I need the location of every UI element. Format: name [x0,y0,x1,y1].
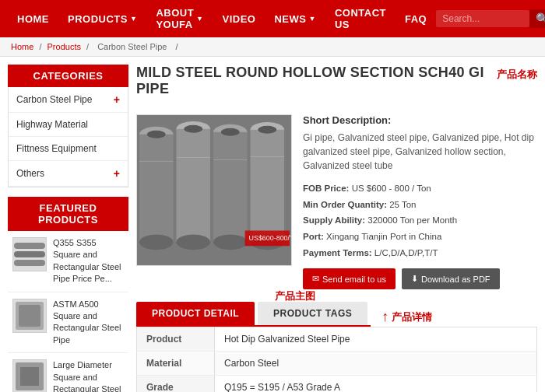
products-dropdown-arrow: ▼ [130,15,137,23]
breadcrumb-products[interactable]: Products [47,42,81,51]
svg-rect-2 [14,260,45,266]
table-value-material: Carbon Steel [215,352,537,376]
sidebar: CATEGORIES Carbon Steel Pipe + Highway M… [8,65,128,392]
nav-home[interactable]: HOME [8,0,58,37]
tab-product-tags[interactable]: PRODUCT TAGS [258,302,367,325]
tab-product-detail[interactable]: PRODUCT DETAIL [136,302,255,325]
featured-text-1: Q355 S355 Square and Rectangular Steel P… [53,237,124,285]
product-top-section: US$600-800/T 产品主图 Short Description: Gi … [136,114,537,289]
email-icon: ✉ [312,274,319,284]
carbon-plus-icon: + [114,93,120,106]
sidebar-item-carbon-steel[interactable]: Carbon Steel Pipe + [9,87,128,113]
featured-item-2[interactable]: ASTM A500 Square and Rectangular Steel P… [8,292,128,354]
breadcrumb-current: Carbon Steel Pipe [97,42,167,51]
svg-point-30 [258,126,276,134]
categories-title: CATEGORIES [8,65,128,87]
table-value-grade: Q195 = S195 / A53 Grade A Q235 = S235 / … [215,376,537,392]
search-button[interactable]: 🔍 [529,9,545,28]
table-field-grade: Grade [137,376,215,392]
search-area: 🔍 [436,9,545,28]
table-field-product: Product [137,327,215,352]
product-tabs: PRODUCT DETAIL PRODUCT TAGS [136,302,371,327]
breadcrumb-home[interactable]: Home [11,42,33,51]
nav-about[interactable]: ABOUT YOUFA ▼ [146,0,213,37]
nav-video[interactable]: VIDEO [213,0,265,37]
svg-rect-0 [14,243,45,249]
featured-text-2: ASTM A500 Square and Rectangular Steel P… [53,299,124,347]
download-pdf-button[interactable]: ⬇ Download as PDF [402,268,500,289]
svg-rect-6 [20,367,39,386]
send-email-button[interactable]: ✉ Send email to us [303,268,396,289]
svg-rect-1 [14,251,45,257]
product-image-wrapper: US$600-800/T 产品主图 [136,114,292,289]
others-plus-icon: + [114,167,120,180]
sidebar-item-others[interactable]: Others + [9,161,128,187]
sidebar-item-fitness[interactable]: Fittness Equipment [9,137,128,161]
nav-products[interactable]: PRODUCTS ▼ [58,0,146,37]
svg-point-27 [147,131,166,138]
spec-port: Port: Xingang Tianjin Port in China [303,229,537,245]
svg-rect-15 [176,129,210,243]
table-row: Material Carbon Steel [137,352,537,376]
spec-moq: Min Order Quantity: 25 Ton [303,197,537,213]
pipe-thumb-icon-1 [14,239,45,270]
spec-fob: FOB Price: US $600 - 800 / Ton [303,180,537,197]
categories-menu: Carbon Steel Pipe + Highway Material Fit… [8,87,128,187]
table-value-product: Hot Dip Galvanized Steel Pipe [215,327,537,352]
title-row: MILD STEEL ROUND HOLLOW SECTION SCH40 GI… [136,65,537,107]
featured-item-3[interactable]: Large Diameter Square and Rectangular St… [8,353,128,392]
featured-item-1[interactable]: Q355 S355 Square and Rectangular Steel P… [8,231,128,292]
table-row: Grade Q195 = S195 / A53 Grade A Q235 = S… [137,376,537,392]
search-input[interactable] [436,10,529,27]
svg-point-13 [139,234,174,250]
detail-annotation: 产品详情 [392,310,432,324]
product-image: US$600-800/T [136,114,292,266]
featured-title: FEATURED PRODUCTS [8,197,128,231]
product-detail-table: Product Hot Dip Galvanized Steel Pipe Ma… [136,327,537,392]
svg-rect-4 [19,305,40,327]
svg-point-28 [184,125,202,133]
svg-rect-12 [139,135,174,243]
svg-point-29 [221,128,240,136]
svg-point-19 [213,234,248,250]
sidebar-item-highway[interactable]: Highway Material [9,113,128,137]
pipe-main-image: US$600-800/T [137,114,291,266]
svg-point-16 [176,234,210,250]
nav-news[interactable]: NEWS ▼ [265,0,325,37]
action-buttons: ✉ Send email to us ⬇ Download as PDF [303,268,537,289]
breadcrumb-sep2: / [86,42,91,51]
svg-rect-21 [251,130,285,243]
breadcrumb-sep3: / [175,42,178,51]
featured-text-3: Large Diameter Square and Rectangular St… [53,359,124,392]
product-info: Short Description: Gi pipe, Galvanized s… [303,114,537,289]
about-dropdown-arrow: ▼ [196,15,203,23]
breadcrumb-sep1: / [39,42,44,51]
navbar: HOME PRODUCTS ▼ ABOUT YOUFA ▼ VIDEO NEWS… [0,0,545,37]
title-annotation: 产品名称 [497,68,537,82]
tabs-row: PRODUCT DETAIL PRODUCT TAGS ↑ 产品详情 [136,302,537,327]
table-field-material: Material [137,352,215,376]
nav-faq[interactable]: FAQ [396,0,436,37]
spec-payment: Payment Terms: L/C,D/A,D/P,T/T [303,245,537,261]
featured-products: Q355 S355 Square and Rectangular Steel P… [8,231,128,392]
breadcrumb: Home / Products / Carbon Steel Pipe / [0,37,545,57]
pipe-thumb-icon-2 [14,300,45,331]
nav-contact[interactable]: CONTACT US [325,0,396,37]
short-desc-title: Short Description: [303,114,537,126]
news-dropdown-arrow: ▼ [308,15,315,23]
short-desc-text: Gi pipe, Galvanized steel pipe, Galvaniz… [303,131,537,173]
featured-img-2 [12,299,47,333]
featured-img-3 [12,359,47,392]
svg-rect-18 [213,132,248,243]
product-title: MILD STEEL ROUND HOLLOW SECTION SCH40 GI… [136,65,484,97]
detail-arrow-icon: ↑ [382,309,389,325]
detail-annotation-wrapper: ↑ 产品详情 [382,309,432,325]
pipe-thumb-icon-3 [14,361,45,392]
content-area: MILD STEEL ROUND HOLLOW SECTION SCH40 GI… [136,65,537,392]
pdf-icon: ⬇ [411,274,418,284]
spec-supply: Supply Ability: 320000 Ton per Month [303,212,537,229]
svg-text:US$600-800/T: US$600-800/T [249,234,291,242]
table-row: Product Hot Dip Galvanized Steel Pipe [137,327,537,352]
product-specs: FOB Price: US $600 - 800 / Ton Min Order… [303,180,537,261]
featured-img-1 [12,237,47,271]
